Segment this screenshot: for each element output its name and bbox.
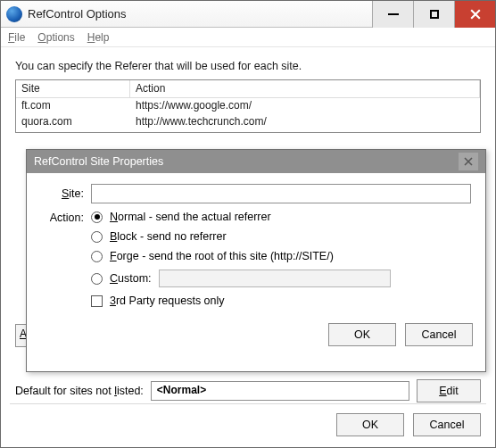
default-label: Default for sites not listed: xyxy=(15,385,144,397)
table-row[interactable]: ft.com https://www.google.com/ xyxy=(16,98,480,114)
window-title: RefControl Options xyxy=(28,7,127,21)
main-window: RefControl Options File Options Help You… xyxy=(0,0,496,448)
cell-site: quora.com xyxy=(16,114,130,130)
site-row: Site: xyxy=(41,184,471,203)
radio-icon xyxy=(91,251,103,262)
menu-options[interactable]: Options xyxy=(37,31,74,44)
close-icon xyxy=(464,157,473,166)
maximize-icon xyxy=(430,10,439,19)
default-value[interactable]: <Normal> xyxy=(151,381,409,401)
checkbox-icon xyxy=(91,295,103,307)
dialog-title: RefControl Site Properties xyxy=(34,155,163,168)
dialog-close-button[interactable] xyxy=(459,153,478,170)
minimize-icon xyxy=(388,13,399,15)
third-party-checkbox[interactable]: 3rd Party requests only xyxy=(91,295,471,307)
table-row[interactable]: quora.com http://www.techcrunch.com/ xyxy=(16,114,480,130)
radio-custom-label: Custom: xyxy=(110,272,152,285)
col-site[interactable]: Site xyxy=(16,80,130,97)
site-label: Site: xyxy=(41,187,84,200)
main-cancel-button[interactable]: Cancel xyxy=(413,413,481,436)
custom-input[interactable] xyxy=(159,270,391,287)
window-controls xyxy=(372,1,495,28)
radio-normal-label: Normal - send the actual referrer xyxy=(110,211,271,223)
description-text: You can specify the Referer that will be… xyxy=(15,60,481,72)
titlebar: RefControl Options xyxy=(1,1,495,28)
radio-forge[interactable]: Forge - send the root of this site (http… xyxy=(91,250,471,262)
third-party-label: 3rd Party requests only xyxy=(110,295,225,307)
table-header: Site Action xyxy=(16,80,480,98)
cell-action: https://www.google.com/ xyxy=(130,98,480,114)
minimize-button[interactable] xyxy=(372,1,413,28)
sites-table: Site Action ft.com https://www.google.co… xyxy=(15,79,481,133)
dialog-ok-button[interactable]: OK xyxy=(328,323,396,346)
cell-site: ft.com xyxy=(16,98,130,114)
dialog-titlebar: RefControl Site Properties xyxy=(27,150,485,173)
main-button-row: OK Cancel xyxy=(336,413,481,436)
radio-custom[interactable]: Custom: xyxy=(91,270,471,287)
menubar: File Options Help xyxy=(1,28,495,47)
default-row: Default for sites not listed: <Normal> E… xyxy=(15,379,481,402)
close-button[interactable] xyxy=(454,1,495,28)
action-row: Action: Normal - send the actual referre… xyxy=(41,211,471,307)
dialog-body: Site: Action: Normal - send the actual r… xyxy=(27,173,485,316)
radio-forge-label: Forge - send the root of this site (http… xyxy=(110,250,334,262)
close-icon xyxy=(470,9,481,20)
action-label: Action: xyxy=(41,212,84,224)
radio-normal[interactable]: Normal - send the actual referrer xyxy=(91,211,471,223)
main-ok-button[interactable]: OK xyxy=(336,413,404,436)
dialog-button-row: OK Cancel xyxy=(27,316,485,357)
col-action[interactable]: Action xyxy=(130,80,480,97)
separator xyxy=(10,403,486,404)
radio-icon xyxy=(91,231,103,243)
cell-action: http://www.techcrunch.com/ xyxy=(130,114,480,130)
dialog-cancel-button[interactable]: Cancel xyxy=(405,323,473,346)
site-input[interactable] xyxy=(91,184,471,203)
menu-help[interactable]: Help xyxy=(87,31,110,44)
radio-icon xyxy=(91,273,103,285)
content-area: You can specify the Referer that will be… xyxy=(1,47,495,133)
edit-button[interactable]: Edit xyxy=(417,379,481,402)
radio-block[interactable]: Block - send no referrer xyxy=(91,230,471,243)
menu-file[interactable]: File xyxy=(8,31,25,44)
site-properties-dialog: RefControl Site Properties Site: Action:… xyxy=(26,149,486,372)
radio-icon xyxy=(91,212,103,223)
radio-block-label: Block - send no referrer xyxy=(110,230,227,243)
maximize-button[interactable] xyxy=(413,1,454,28)
app-icon xyxy=(6,6,22,22)
